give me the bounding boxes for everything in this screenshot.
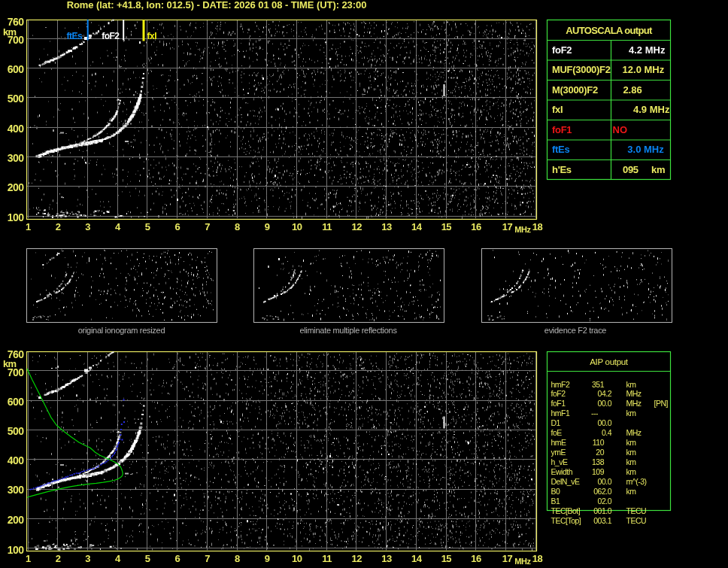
svg-text:km: km bbox=[626, 467, 637, 476]
svg-text:fxI: fxI bbox=[147, 31, 157, 41]
svg-text:1: 1 bbox=[26, 553, 31, 564]
svg-text:MHz: MHz bbox=[514, 225, 531, 234]
svg-text:MHz: MHz bbox=[626, 389, 642, 398]
svg-text:04.2: 04.2 bbox=[598, 389, 612, 398]
svg-text:17: 17 bbox=[502, 221, 513, 232]
svg-text:2: 2 bbox=[56, 221, 61, 232]
svg-text:3: 3 bbox=[85, 221, 90, 232]
svg-text:5: 5 bbox=[145, 553, 150, 564]
svg-text:100: 100 bbox=[8, 211, 25, 223]
svg-text:AIP output: AIP output bbox=[590, 357, 629, 366]
svg-text:17: 17 bbox=[502, 553, 513, 564]
svg-text:20: 20 bbox=[596, 448, 604, 457]
svg-text:400: 400 bbox=[8, 454, 25, 466]
svg-text:02.0: 02.0 bbox=[598, 497, 612, 506]
svg-text:00.0: 00.0 bbox=[598, 477, 612, 486]
svg-text:15: 15 bbox=[441, 553, 452, 564]
svg-text:16: 16 bbox=[471, 553, 481, 564]
svg-text:100: 100 bbox=[8, 544, 25, 556]
svg-text:3.0 MHz: 3.0 MHz bbox=[627, 144, 664, 155]
svg-text:200: 200 bbox=[8, 514, 25, 526]
svg-text:351: 351 bbox=[592, 380, 605, 389]
svg-text:MHz: MHz bbox=[626, 428, 642, 437]
svg-text:Rome (lat: +41.8, lon: 012.5): Rome (lat: +41.8, lon: 012.5) - DATE: 20… bbox=[67, 0, 367, 11]
svg-text:4.9 MHz: 4.9 MHz bbox=[633, 104, 670, 115]
svg-text:km: km bbox=[626, 438, 637, 447]
svg-text:MHz: MHz bbox=[626, 399, 642, 408]
svg-text:ftEs: ftEs bbox=[552, 144, 569, 155]
svg-text:600: 600 bbox=[8, 63, 25, 75]
svg-text:0.4: 0.4 bbox=[602, 428, 612, 437]
svg-text:13: 13 bbox=[381, 221, 392, 232]
svg-text:MHz: MHz bbox=[514, 557, 531, 566]
svg-text:6: 6 bbox=[175, 221, 180, 232]
svg-text:8: 8 bbox=[235, 221, 240, 232]
svg-text:9: 9 bbox=[265, 553, 270, 564]
svg-text:300: 300 bbox=[8, 152, 25, 164]
svg-text:eliminate multiple reflections: eliminate multiple reflections bbox=[299, 326, 397, 335]
svg-text:095: 095 bbox=[623, 164, 639, 175]
svg-text:8: 8 bbox=[235, 553, 240, 564]
svg-text:10: 10 bbox=[292, 553, 302, 564]
svg-text:hmF2: hmF2 bbox=[551, 380, 571, 389]
svg-text:4.2 MHz: 4.2 MHz bbox=[629, 44, 666, 56]
svg-text:12: 12 bbox=[351, 221, 362, 232]
svg-text:062.0: 062.0 bbox=[593, 487, 611, 496]
svg-text:TECU: TECU bbox=[626, 516, 647, 525]
svg-text:---: --- bbox=[591, 409, 599, 418]
svg-text:[PN]: [PN] bbox=[654, 399, 669, 408]
svg-text:foE: foE bbox=[551, 428, 563, 437]
svg-text:km: km bbox=[626, 380, 637, 389]
svg-text:ftEs: ftEs bbox=[67, 31, 83, 41]
svg-text:200: 200 bbox=[8, 181, 25, 193]
svg-text:foF2: foF2 bbox=[551, 389, 566, 398]
svg-text:fxI: fxI bbox=[552, 104, 563, 115]
svg-text:00.0: 00.0 bbox=[598, 399, 612, 408]
svg-text:400: 400 bbox=[8, 123, 25, 135]
svg-text:700: 700 bbox=[8, 34, 25, 46]
svg-text:18: 18 bbox=[532, 553, 543, 564]
svg-text:12.0 MHz: 12.0 MHz bbox=[623, 64, 665, 75]
svg-text:6: 6 bbox=[175, 553, 180, 564]
svg-text:138: 138 bbox=[592, 457, 605, 466]
svg-text:700: 700 bbox=[8, 366, 25, 378]
svg-text:MUF(3000)F2: MUF(3000)F2 bbox=[552, 64, 611, 75]
svg-text:foF1: foF1 bbox=[552, 124, 572, 135]
svg-text:Ewidth: Ewidth bbox=[551, 467, 573, 476]
svg-text:km: km bbox=[626, 487, 637, 496]
svg-text:AUTOSCALA output: AUTOSCALA output bbox=[566, 25, 653, 36]
svg-text:14: 14 bbox=[411, 221, 423, 232]
svg-text:7: 7 bbox=[205, 221, 210, 232]
svg-text:500: 500 bbox=[8, 93, 25, 105]
svg-text:ymE: ymE bbox=[551, 448, 566, 457]
svg-text:B0: B0 bbox=[551, 487, 561, 496]
svg-text:TECU: TECU bbox=[626, 506, 647, 515]
svg-text:11: 11 bbox=[322, 553, 332, 564]
svg-text:7: 7 bbox=[205, 553, 210, 564]
svg-text:003.1: 003.1 bbox=[593, 516, 611, 525]
svg-text:hmF1: hmF1 bbox=[551, 409, 571, 418]
svg-text:300: 300 bbox=[8, 484, 25, 496]
svg-text:km: km bbox=[626, 409, 637, 418]
svg-text:110: 110 bbox=[593, 438, 605, 447]
svg-text:h'Es: h'Es bbox=[552, 164, 572, 175]
svg-text:2: 2 bbox=[56, 553, 61, 564]
svg-text:1: 1 bbox=[26, 221, 31, 232]
svg-text:109: 109 bbox=[592, 467, 605, 476]
svg-text:3: 3 bbox=[85, 553, 90, 564]
svg-text:10: 10 bbox=[292, 221, 302, 232]
svg-text:original ionogram resized: original ionogram resized bbox=[78, 326, 165, 335]
svg-text:evidence F2 trace: evidence F2 trace bbox=[544, 326, 607, 335]
svg-text:DelN_vE: DelN_vE bbox=[551, 477, 580, 486]
svg-text:18: 18 bbox=[532, 221, 543, 232]
svg-text:km: km bbox=[626, 448, 637, 457]
svg-text:16: 16 bbox=[471, 221, 481, 232]
svg-text:9: 9 bbox=[265, 221, 270, 232]
svg-text:11: 11 bbox=[322, 221, 332, 232]
svg-text:600: 600 bbox=[8, 396, 25, 408]
svg-text:2.86: 2.86 bbox=[623, 84, 642, 96]
svg-text:15: 15 bbox=[441, 221, 452, 232]
svg-text:km: km bbox=[651, 164, 665, 175]
svg-text:13: 13 bbox=[381, 553, 392, 564]
svg-text:foF2: foF2 bbox=[102, 31, 120, 41]
